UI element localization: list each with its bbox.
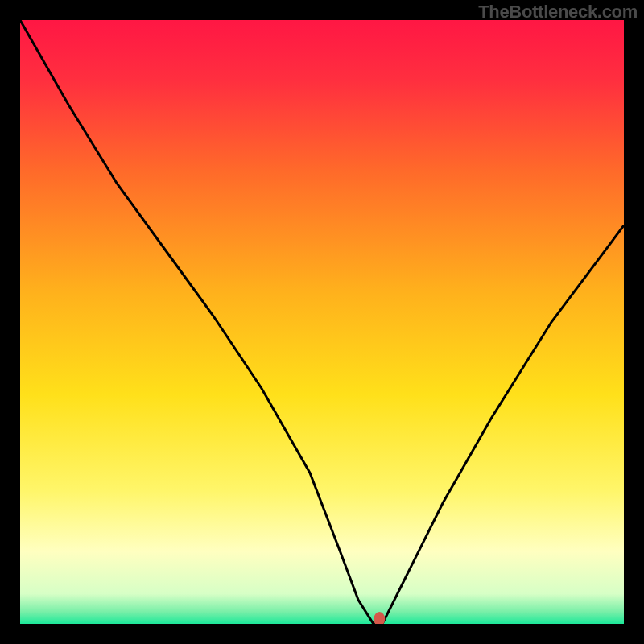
chart-svg [20,20,624,624]
chart-background-gradient [20,20,624,624]
chart-plot-area [20,20,624,624]
chart-frame: TheBottleneck.com [0,0,644,644]
